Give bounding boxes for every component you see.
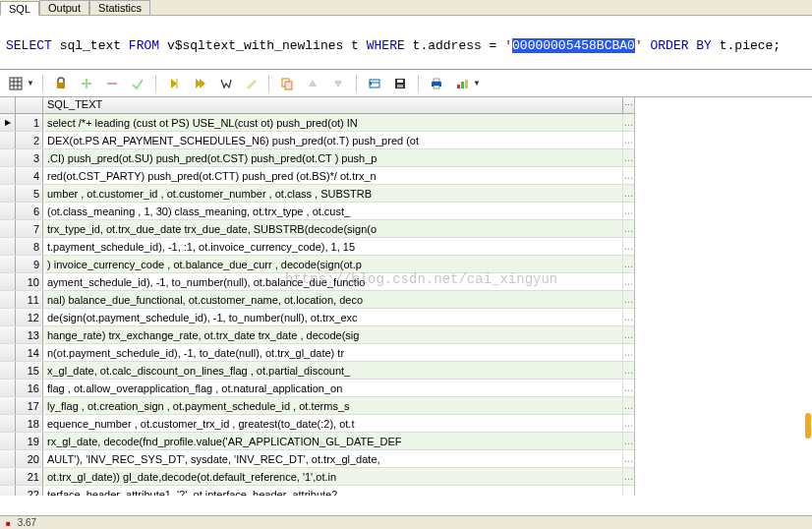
cell-sql-text[interactable]: n(ot.payment_schedule_id), -1, to_date(n… (43, 347, 622, 359)
column-header-sql-text[interactable]: SQL_TEXT (43, 97, 622, 113)
table-row[interactable]: 7trx_type_id, ot.trx_due_date trx_due_da… (0, 220, 634, 238)
cell-sql-text[interactable]: DEX(ot.PS AR_PAYMENT_SCHEDULES_N6) push_… (43, 135, 622, 147)
row-indicator[interactable] (0, 486, 16, 496)
row-indicator[interactable] (0, 256, 16, 272)
row-indicator[interactable] (0, 415, 16, 432)
query-by-example-icon[interactable] (365, 74, 384, 93)
cell-ellipsis[interactable]: … (622, 220, 634, 238)
cell-sql-text[interactable]: trx_type_id, ot.trx_due_date trx_due_dat… (43, 223, 622, 235)
copy-icon[interactable] (277, 74, 297, 93)
cell-ellipsis[interactable]: … (622, 362, 634, 380)
table-row[interactable]: 18equence_number , ot.customer_trx_id , … (0, 415, 634, 433)
table-row[interactable]: 6(ot.class_meaning , 1, 30) class_meanin… (0, 203, 634, 220)
cell-ellipsis[interactable]: … (622, 486, 634, 497)
cell-ellipsis[interactable]: … (622, 344, 634, 362)
fetch-next-icon[interactable] (190, 74, 209, 93)
cell-sql-text[interactable]: flag , ot.allow_overapplication_flag , o… (43, 382, 622, 394)
cell-ellipsis[interactable]: … (622, 203, 634, 220)
cell-sql-text[interactable]: ayment_schedule_id), -1, to_number(null)… (43, 276, 622, 288)
find-icon[interactable] (215, 74, 235, 93)
grid-options-button[interactable]: ▼ (6, 74, 34, 93)
cell-sql-text[interactable]: de(sign(ot.payment_schedule_id), -1, to_… (43, 312, 622, 323)
cell-ellipsis[interactable]: … (622, 149, 634, 167)
save-icon[interactable] (390, 74, 410, 93)
cell-sql-text[interactable]: red(ot.CST_PARTY) push_pred(ot.CTT) push… (43, 170, 622, 182)
row-indicator[interactable] (0, 203, 16, 219)
cell-sql-text[interactable]: ) invoice_currency_code , ot.balance_due… (43, 259, 622, 270)
lock-icon[interactable] (51, 74, 71, 93)
row-indicator[interactable] (0, 167, 16, 184)
row-indicator[interactable] (0, 220, 16, 237)
cell-ellipsis[interactable]: … (622, 273, 634, 291)
cell-ellipsis[interactable]: … (622, 114, 634, 132)
row-indicator[interactable] (0, 291, 16, 308)
print-icon[interactable] (427, 74, 446, 93)
table-row[interactable]: 11nal) balance_due_functional, ot.custom… (0, 291, 634, 309)
cell-sql-text[interactable]: nal) balance_due_functional, ot.customer… (43, 294, 622, 306)
cell-ellipsis[interactable]: … (622, 397, 634, 415)
row-indicator[interactable] (0, 344, 16, 361)
table-row[interactable]: 17ly_flag , ot.creation_sign , ot.paymen… (0, 397, 634, 415)
sql-editor[interactable]: SELECT sql_text FROM v$sqltext_with_newl… (0, 16, 812, 70)
cell-ellipsis[interactable]: … (622, 326, 634, 344)
chart-button[interactable]: ▼ (452, 74, 481, 93)
cell-sql-text[interactable]: AULT'), 'INV_REC_SYS_DT', sysdate, 'INV_… (43, 453, 622, 465)
cell-sql-text[interactable]: x_gl_date, ot.calc_discount_on_lines_fla… (43, 365, 622, 377)
table-row[interactable]: 8t.payment_schedule_id), -1, :1, ot.invo… (0, 238, 634, 256)
table-row[interactable]: 22terface_header_attribute1, '2', ot.int… (0, 486, 634, 496)
row-indicator[interactable] (0, 397, 16, 414)
table-row[interactable]: 16flag , ot.allow_overapplication_flag ,… (0, 380, 634, 397)
fetch-first-icon[interactable] (164, 74, 184, 93)
cell-ellipsis[interactable]: … (622, 256, 634, 273)
row-indicator[interactable] (0, 433, 16, 449)
cell-ellipsis[interactable]: … (622, 450, 634, 468)
cell-ellipsis[interactable]: … (622, 415, 634, 433)
cell-ellipsis[interactable]: … (622, 291, 634, 309)
cell-sql-text[interactable]: t.payment_schedule_id), -1, :1, ot.invoi… (43, 241, 622, 253)
cell-ellipsis[interactable]: … (622, 238, 634, 256)
table-row[interactable]: ▶1select /*+ leading (cust ot PS) USE_NL… (0, 114, 634, 132)
table-row[interactable]: 2DEX(ot.PS AR_PAYMENT_SCHEDULES_N6) push… (0, 132, 634, 149)
table-row[interactable]: 12de(sign(ot.payment_schedule_id), -1, t… (0, 309, 634, 326)
cell-sql-text[interactable]: hange_rate) trx_exchange_rate, ot.trx_da… (43, 329, 622, 341)
row-indicator[interactable] (0, 309, 16, 325)
cell-ellipsis[interactable]: … (622, 167, 634, 185)
table-row[interactable]: 9) invoice_currency_code , ot.balance_du… (0, 256, 634, 273)
table-row[interactable]: 3.CI) push_pred(ot.SU) push_pred(ot.CST)… (0, 149, 634, 167)
result-grid[interactable]: SQL_TEXT … ▶1select /*+ leading (cust ot… (0, 97, 634, 496)
table-row[interactable]: 20AULT'), 'INV_REC_SYS_DT', sysdate, 'IN… (0, 450, 634, 468)
table-row[interactable]: 14n(ot.payment_schedule_id), -1, to_date… (0, 344, 634, 362)
cell-ellipsis[interactable]: … (622, 309, 634, 326)
table-row[interactable]: 5umber , ot.customer_id , ot.customer_nu… (0, 185, 634, 203)
cell-sql-text[interactable]: select /*+ leading (cust ot PS) USE_NL(c… (43, 117, 622, 129)
cell-sql-text[interactable]: ly_flag , ot.creation_sign , ot.payment_… (43, 400, 622, 412)
row-indicator[interactable] (0, 132, 16, 148)
cell-sql-text[interactable]: rx_gl_date, decode(fnd_profile.value('AR… (43, 436, 622, 447)
cell-sql-text[interactable]: (ot.class_meaning , 1, 30) class_meaning… (43, 206, 622, 217)
table-row[interactable]: 13hange_rate) trx_exchange_rate, ot.trx_… (0, 326, 634, 344)
cell-ellipsis[interactable]: … (622, 185, 634, 203)
row-indicator[interactable] (0, 380, 16, 396)
cell-sql-text[interactable]: terface_header_attribute1, '2', ot.inter… (43, 489, 622, 497)
table-row[interactable]: 21 ot.trx_gl_date)) gl_date,decode(ot.de… (0, 468, 634, 486)
table-row[interactable]: 19rx_gl_date, decode(fnd_profile.value('… (0, 433, 634, 450)
cell-sql-text[interactable]: .CI) push_pred(ot.SU) push_pred(ot.CST) … (43, 152, 622, 164)
cell-sql-text[interactable]: equence_number , ot.customer_trx_id , gr… (43, 418, 622, 430)
tab-sql[interactable]: SQL (0, 1, 39, 16)
table-row[interactable]: 15x_gl_date, ot.calc_discount_on_lines_f… (0, 362, 634, 380)
table-row[interactable]: 10ayment_schedule_id), -1, to_number(nul… (0, 273, 634, 291)
row-indicator[interactable] (0, 326, 16, 343)
row-indicator[interactable] (0, 149, 16, 166)
cell-ellipsis[interactable]: … (622, 380, 634, 397)
cell-ellipsis[interactable]: … (622, 468, 634, 486)
cell-ellipsis[interactable]: … (622, 433, 634, 450)
row-indicator[interactable] (0, 362, 16, 379)
row-indicator[interactable] (0, 273, 16, 290)
row-indicator[interactable] (0, 238, 16, 255)
row-indicator[interactable] (0, 468, 16, 485)
table-row[interactable]: 4red(ot.CST_PARTY) push_pred(ot.CTT) pus… (0, 167, 634, 185)
column-ellipsis[interactable]: … (622, 97, 634, 113)
row-indicator[interactable] (0, 450, 16, 467)
cell-ellipsis[interactable]: … (622, 132, 634, 149)
row-indicator[interactable] (0, 185, 16, 202)
